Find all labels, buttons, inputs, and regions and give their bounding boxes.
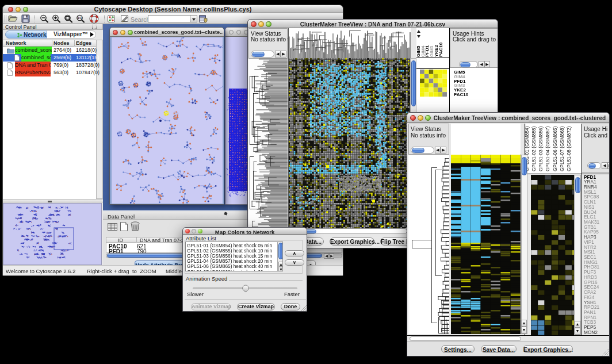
svg-text:1:1: 1:1 xyxy=(78,16,82,20)
